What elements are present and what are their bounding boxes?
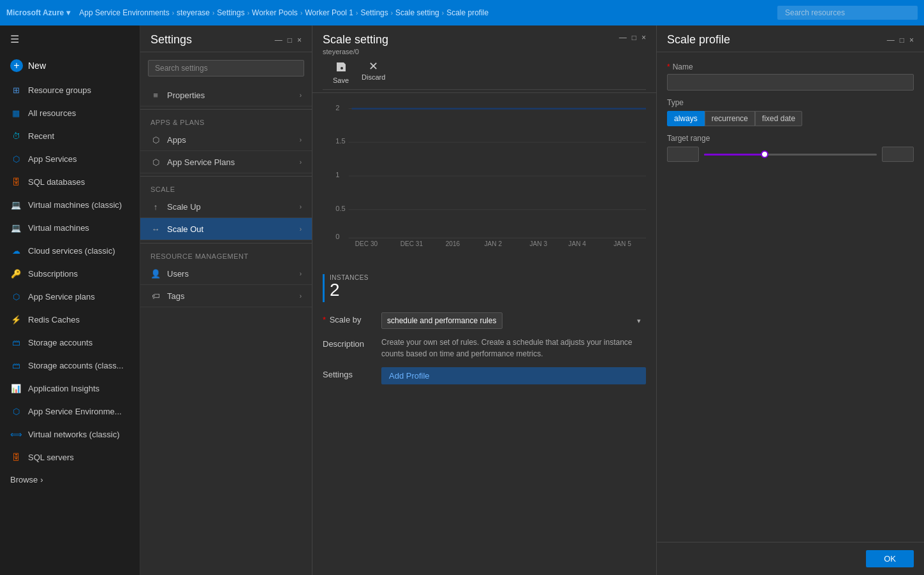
settings-title: Settings [150,33,192,47]
brand[interactable]: Microsoft Azure ▾ [6,8,70,17]
svg-text:2016: 2016 [446,240,460,247]
scale-maximize-icon[interactable]: □ [632,33,636,42]
sidebar-item-cloud-services[interactable]: ☁ Cloud services (classic) [0,239,140,262]
breadcrumb-steyerase[interactable]: steyerase [177,8,210,17]
sql-servers-icon: 🗄 [10,451,22,463]
type-fixed-date-button[interactable]: fixed date [755,111,802,126]
range-slider[interactable] [704,148,877,161]
users-left: 👤 Users [150,268,189,279]
scale-close-icon[interactable]: × [642,33,646,42]
svg-text:0.5: 0.5 [335,205,346,212]
apps-plans-section-label: APPS & PLANS [140,112,312,129]
settings-minimize-icon[interactable]: — [275,36,282,45]
divider-3 [140,243,312,244]
asp-label: App Service Plans [167,157,235,167]
asp-icon: ⬡ [150,157,161,167]
sidebar-label-recent: Recent [28,131,54,141]
sidebar-item-subscriptions[interactable]: 🔑 Subscriptions [0,262,140,285]
sidebar-item-sql-databases[interactable]: 🗄 SQL databases [0,170,140,193]
ok-button[interactable]: OK [866,550,914,567]
sidebar-item-resource-groups[interactable]: ⊞ Resource groups [0,78,140,101]
scale-by-select[interactable]: schedule and performance rules a specifi… [381,312,502,329]
settings-item-app-service-plans[interactable]: ⬡ App Service Plans › [140,151,312,173]
sidebar-label-resource-groups: Resource groups [28,85,91,95]
instances-bar [323,274,325,302]
description-label: Description [323,337,374,349]
add-profile-button[interactable]: Add Profile [381,367,646,384]
new-button[interactable]: + New [0,53,140,78]
sidebar-item-storage-classic[interactable]: 🗃 Storage accounts (class... [0,354,140,377]
settings-close-icon[interactable]: × [297,36,302,45]
instances-value: 2 [330,281,369,299]
sidebar-label-all-resources: All resources [28,108,76,118]
sidebar-item-vm-classic[interactable]: 💻 Virtual machines (classic) [0,193,140,216]
scale-setting-title: Scale setting [323,33,388,47]
settings-item-users[interactable]: 👤 Users › [140,263,312,285]
cloud-icon: ☁ [10,245,22,256]
breadcrumb-ase[interactable]: App Service Environments [79,8,169,17]
sidebar-item-all-resources[interactable]: ▦ All resources [0,101,140,124]
redis-icon: ⚡ [10,314,22,325]
sidebar-item-vnet[interactable]: ⟺ Virtual networks (classic) [0,423,140,446]
sidebar-item-app-services[interactable]: ⬡ App Services [0,147,140,170]
breadcrumb-worker-pool-1[interactable]: Worker Pool 1 [305,8,353,17]
svg-text:JAN 4: JAN 4 [568,240,586,247]
svg-text:JAN 2: JAN 2 [485,240,502,247]
range-min-input[interactable]: 5 [667,147,699,162]
breadcrumb-scale-setting[interactable]: Scale setting [395,8,439,17]
breadcrumb-worker-pools[interactable]: Worker Pools [252,8,298,17]
profile-close-icon[interactable]: × [909,36,914,45]
sidebar-item-recent[interactable]: ⏱ Recent [0,124,140,147]
save-button[interactable]: Save [333,61,349,84]
sep1: › [172,10,174,17]
search-settings-input[interactable] [148,60,304,76]
svg-text:1: 1 [335,171,339,178]
sidebar-item-application-insights[interactable]: 📊 Application Insights [0,377,140,400]
vnet-icon: ⟺ [10,428,22,440]
tags-chevron-icon: › [300,293,302,300]
discard-button[interactable]: ✕ Discard [362,61,385,84]
scale-out-icon: ↔ [150,224,161,234]
breadcrumb-scale-profile[interactable]: Scale profile [446,8,488,17]
profile-minimize-icon[interactable]: — [887,36,895,45]
sidebar-label-storage-accounts: Storage accounts [28,338,92,347]
settings-maximize-icon[interactable]: □ [288,36,292,45]
settings-item-scale-out[interactable]: ↔ Scale Out › [140,218,312,240]
range-max-input[interactable]: 15 [882,147,914,162]
settings-item-scale-up[interactable]: ↑ Scale Up › [140,196,312,218]
type-recurrence-button[interactable]: recurrence [705,111,755,126]
brand-arrow[interactable]: ▾ [66,8,70,17]
browse-label: Browse [10,475,38,484]
panels-container: Settings — □ × ≡ Properties › APPS & PLA… [140,25,924,575]
sidebar-label-insights: Application Insights [28,384,99,393]
sidebar-label-app-service-plans: App Service plans [28,292,95,302]
divider-1 [140,109,312,110]
topbar-search[interactable] [777,6,918,20]
sidebar-label-vnet: Virtual networks (classic) [28,430,120,439]
scale-minimize-icon[interactable]: — [619,33,627,42]
sidebar-item-vm[interactable]: 💻 Virtual machines [0,216,140,239]
sidebar-item-storage-accounts[interactable]: 🗃 Storage accounts [0,331,140,354]
sidebar-item-ase[interactable]: ⬡ App Service Environme... [0,400,140,423]
scale-out-left: ↔ Scale Out [150,224,203,234]
sidebar-item-app-service-plans[interactable]: ⬡ App Service plans [0,285,140,308]
scale-by-row: * Scale by schedule and performance rule… [323,312,646,329]
sidebar-item-sql-servers[interactable]: 🗄 SQL servers [0,446,140,469]
profile-name-input[interactable] [667,74,914,91]
settings-item-tags[interactable]: 🏷 Tags › [140,285,312,307]
hamburger-icon[interactable]: ☰ [0,25,140,53]
profile-maximize-icon[interactable]: □ [900,36,904,45]
settings-item-apps[interactable]: ⬡ Apps › [140,129,312,151]
range-thumb[interactable] [761,150,768,158]
scale-by-select-wrapper: schedule and performance rules a specifi… [381,312,646,329]
breadcrumb: App Service Environments › steyerase › S… [79,8,488,17]
instances-section: INSTANCES 2 [312,272,656,307]
breadcrumb-settings1[interactable]: Settings [217,8,244,17]
breadcrumb-settings2[interactable]: Settings [360,8,388,17]
settings-item-properties[interactable]: ≡ Properties › [140,84,312,106]
sep7: › [442,10,444,17]
sidebar-item-redis[interactable]: ⚡ Redis Caches [0,308,140,331]
settings-panel-controls: — □ × [275,36,302,45]
browse-button[interactable]: Browse › [0,469,140,491]
type-always-button[interactable]: always [667,111,705,126]
